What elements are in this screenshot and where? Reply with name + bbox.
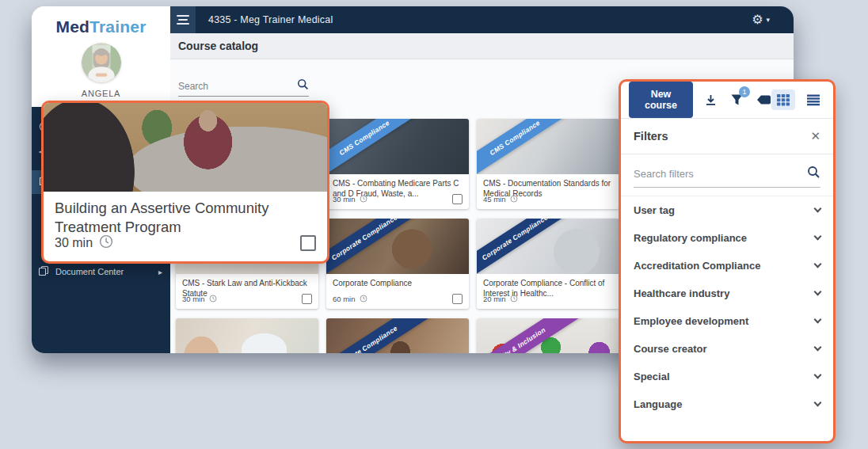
course-image: Corporate Compliance	[326, 219, 469, 274]
chevron-down-icon	[814, 288, 822, 296]
new-course-button[interactable]: New course	[629, 82, 693, 118]
avatar[interactable]	[82, 43, 121, 82]
course-checkbox[interactable]	[452, 194, 463, 204]
filter-count-badge: 1	[739, 86, 750, 97]
ribbon-label: Diversity & Inclusion	[477, 318, 586, 353]
list-view-icon[interactable]	[801, 89, 825, 110]
clock-icon	[510, 291, 518, 306]
clock-icon	[360, 291, 367, 306]
user-name: ANGELA	[32, 89, 170, 98]
course-duration: 30 min	[182, 295, 205, 303]
gear-icon[interactable]: ⚙	[752, 13, 763, 26]
ribbon-label: CMS Compliance	[326, 119, 436, 174]
clock-icon	[360, 192, 367, 206]
chevron-down-icon	[814, 344, 822, 352]
search-icon[interactable]	[807, 166, 820, 182]
filter-category-regulatory-compliance[interactable]: Regulatory compliance	[621, 224, 833, 252]
search-icon[interactable]	[297, 78, 309, 93]
medtrainer-logo: MedTrainer	[32, 6, 170, 40]
filter-category-healthcare-industry[interactable]: Healthcare industry	[621, 280, 833, 307]
filters-panel: New course 1	[619, 79, 836, 443]
filters-search-input[interactable]	[634, 168, 800, 180]
download-icon[interactable]	[704, 93, 718, 107]
course-image: Corporate Compliance	[176, 318, 318, 353]
close-icon[interactable]: ✕	[810, 129, 820, 143]
hamburger-menu-icon[interactable]	[170, 6, 196, 33]
submenu-arrow-icon: ▸	[158, 268, 162, 276]
course-image: CMS Compliance	[326, 119, 469, 174]
course-duration: 45 min	[483, 195, 506, 204]
featured-course-title: Building an Assertive Community Treatmen…	[44, 192, 327, 237]
course-image: Corporate Compliance	[326, 318, 469, 353]
filter-funnel-icon[interactable]: 1	[730, 93, 744, 106]
chevron-down-icon	[814, 261, 822, 268]
course-card[interactable]: Diversity & Inclusion	[477, 318, 619, 353]
tag-icon[interactable]	[756, 94, 771, 105]
search-input[interactable]	[178, 81, 289, 92]
filters-header: Filters ✕	[621, 119, 833, 154]
ribbon-label: Corporate Compliance	[326, 318, 436, 353]
chevron-down-icon	[814, 233, 822, 241]
course-image: CMS Compliance	[477, 119, 619, 174]
course-checkbox[interactable]	[302, 294, 312, 304]
catalog-search	[178, 78, 309, 97]
catalog-toolbar: New course 1	[621, 82, 833, 119]
featured-course-duration: 30 min	[55, 236, 93, 250]
page-title: Course catalog	[170, 33, 794, 59]
copy-document-icon	[38, 265, 49, 278]
filter-category-course-creator[interactable]: Course creator	[621, 335, 833, 363]
course-card[interactable]: Corporate Compliance Corporate Complianc…	[477, 219, 619, 309]
chevron-down-icon	[814, 316, 822, 324]
course-duration: 60 min	[333, 295, 356, 303]
chevron-down-icon	[814, 205, 822, 213]
page-background: 4335 - Meg Trainer Medical ⚙ ▾ Course ca…	[0, 0, 868, 449]
filter-category-language[interactable]: Language	[621, 390, 833, 418]
settings-menu[interactable]: ⚙ ▾	[752, 13, 770, 26]
course-duration: 30 min	[333, 195, 356, 204]
filters-title: Filters	[634, 130, 668, 143]
course-image: Diversity & Inclusion	[477, 318, 619, 353]
clock-icon	[209, 291, 217, 306]
ribbon-label: Corporate Compliance	[326, 219, 436, 274]
course-card[interactable]: Corporate Compliance	[326, 318, 469, 353]
chevron-down-icon	[814, 371, 822, 379]
filter-category-accreditation-compliance[interactable]: Accreditation Compliance	[621, 252, 833, 280]
chevron-down-icon: ▾	[766, 16, 770, 24]
course-checkbox[interactable]	[452, 294, 463, 304]
filter-category-list: User tag Regulatory compliance Accredita…	[621, 196, 833, 418]
clock-icon	[510, 192, 518, 206]
ribbon-label: Corporate Compliance	[477, 219, 586, 274]
filter-category-employee-development[interactable]: Employee development	[621, 307, 833, 335]
course-card[interactable]: Corporate Compliance Corporate Complianc…	[326, 219, 469, 309]
top-bar: 4335 - Meg Trainer Medical ⚙ ▾	[170, 6, 794, 33]
account-title: 4335 - Meg Trainer Medical	[208, 14, 333, 25]
ribbon-label: CMS Compliance	[477, 119, 586, 174]
chevron-down-icon	[814, 399, 822, 407]
featured-course-image	[44, 103, 327, 192]
filter-category-user-tag[interactable]: User tag	[621, 196, 833, 224]
course-card[interactable]: CMS Compliance CMS - Combating Medicare …	[326, 119, 469, 209]
course-card[interactable]: Corporate Compliance	[176, 318, 318, 353]
featured-course-card[interactable]: Building an Assertive Community Treatmen…	[41, 101, 329, 264]
course-duration: 20 min	[483, 295, 506, 303]
filter-category-special[interactable]: Special	[621, 363, 833, 390]
course-image: Corporate Compliance	[477, 219, 619, 274]
grid-view-icon[interactable]	[771, 89, 795, 110]
filters-search	[634, 166, 820, 188]
clock-icon	[99, 234, 113, 252]
featured-course-checkbox[interactable]	[300, 235, 316, 251]
course-card[interactable]: CMS Compliance CMS - Documentation Stand…	[477, 119, 619, 209]
